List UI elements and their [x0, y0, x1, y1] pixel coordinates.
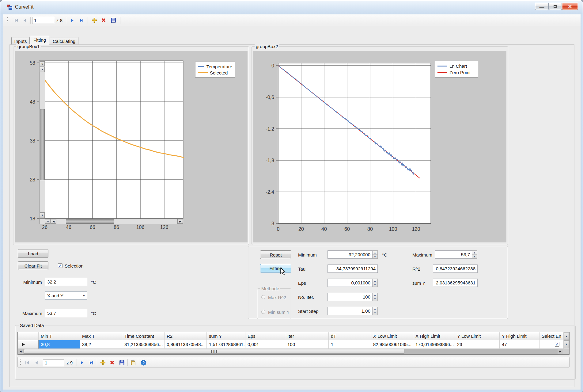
- scroll-down-icon[interactable]: ▼: [564, 341, 569, 348]
- range-mode-dropdown[interactable]: X and Y▼: [45, 291, 87, 300]
- toolbar-grip[interactable]: [7, 17, 8, 23]
- last-record-icon[interactable]: [78, 17, 85, 24]
- clipboard-icon[interactable]: [129, 359, 137, 366]
- delete-record-icon[interactable]: [100, 17, 107, 24]
- title-bar[interactable]: CurveFit — ✕: [0, 0, 583, 14]
- close-button[interactable]: ✕: [562, 3, 578, 10]
- fit-minimum-input[interactable]: 32,200000: [327, 250, 373, 259]
- toolbar-grip[interactable]: [20, 360, 21, 366]
- grid-header-cell[interactable]: X High Limit: [413, 332, 455, 340]
- grid-cell[interactable]: 0,001: [245, 340, 285, 349]
- first-record-icon[interactable]: [13, 17, 20, 24]
- iterations-input[interactable]: 100: [327, 293, 373, 301]
- clear-fit-button[interactable]: Clear Fit: [18, 261, 48, 270]
- previous-record-icon[interactable]: [21, 17, 28, 24]
- grid-corner-header[interactable]: [18, 332, 39, 340]
- min-sum-y-radio[interactable]: [261, 310, 265, 314]
- grid-header-cell[interactable]: dT: [329, 332, 371, 340]
- grid-cell[interactable]: 23: [455, 340, 500, 349]
- grid-cell[interactable]: 30,8: [39, 340, 80, 349]
- previous-record-icon[interactable]: [32, 359, 40, 366]
- grid-header-cell[interactable]: Y Low Limit: [455, 332, 500, 340]
- scroll-left-icon[interactable]: ◀: [51, 219, 56, 224]
- minimize-button[interactable]: —: [535, 3, 549, 10]
- select-enabled-checkbox[interactable]: ✓: [555, 342, 559, 347]
- row-header[interactable]: [18, 340, 39, 349]
- grid-header-cell[interactable]: Max T: [80, 332, 122, 340]
- grid-header-cell[interactable]: Min T: [39, 332, 80, 340]
- saved-data-grid[interactable]: Min TMax TTime ConstantR2sum YEpsIterdTX…: [17, 332, 570, 355]
- grid-header-cell[interactable]: Iter: [285, 332, 329, 340]
- record-position-input[interactable]: 1: [32, 17, 54, 24]
- grid-vertical-scrollbar[interactable]: ▲ ▼: [563, 332, 569, 349]
- r2-value-field[interactable]: 0,84723924662288: [433, 265, 478, 273]
- ln-chart[interactable]: [253, 51, 506, 242]
- fit-minimum-label: Minimum: [298, 252, 317, 257]
- reset-button[interactable]: Reset: [260, 250, 291, 259]
- max-r2-radio[interactable]: [261, 295, 265, 299]
- zoom-out-icon[interactable]: ⊖: [40, 61, 45, 67]
- temperature-chart[interactable]: [15, 51, 248, 242]
- record-position-input[interactable]: 1: [43, 359, 64, 366]
- grid-cell[interactable]: 170,0149993896...: [413, 340, 455, 349]
- grid-header-cell[interactable]: sum Y: [207, 332, 245, 340]
- help-icon[interactable]: ?: [140, 359, 147, 366]
- last-record-icon[interactable]: [88, 359, 95, 366]
- scroll-up-icon[interactable]: ▲: [40, 67, 45, 72]
- horizontal-scroll-thumb[interactable]: [66, 219, 114, 224]
- add-record-icon[interactable]: [99, 359, 107, 366]
- maximum-input[interactable]: 53,7: [45, 309, 87, 317]
- grid-header-cell[interactable]: Select En: [539, 332, 563, 340]
- start-step-stepper[interactable]: ▲▼: [373, 307, 378, 315]
- next-record-icon[interactable]: [78, 359, 86, 366]
- grid-header-cell[interactable]: X Low Limit: [371, 332, 413, 340]
- load-button[interactable]: Load: [18, 249, 48, 258]
- next-record-icon[interactable]: [69, 17, 76, 24]
- first-record-icon[interactable]: [23, 359, 31, 366]
- grid-header-cell[interactable]: Y High Limit: [500, 332, 539, 340]
- tab-calculating[interactable]: Calculating: [50, 37, 78, 45]
- grid-header-cell[interactable]: Time Constant: [122, 332, 165, 340]
- grid-cell-select-enabled[interactable]: ✓: [539, 340, 563, 349]
- grid-horizontal-scrollbar[interactable]: ◀ ❚❚❚ ▶: [18, 349, 563, 354]
- tab-fitting[interactable]: Fitting: [30, 36, 49, 45]
- fit-maximum-label: Maximum: [412, 252, 432, 257]
- save-icon[interactable]: [110, 17, 117, 24]
- chart1-vertical-scrollbar[interactable]: ⊖ ▲ ▼: [39, 61, 45, 219]
- grid-cell[interactable]: 0,869113370548...: [165, 340, 207, 349]
- horizontal-scroll-thumb[interactable]: ❚❚❚: [24, 349, 404, 354]
- iterations-stepper[interactable]: ▲▼: [373, 293, 378, 301]
- eps-stepper[interactable]: ▲▼: [373, 279, 378, 287]
- grid-cell[interactable]: 1,517312868861...: [207, 340, 245, 349]
- minimum-input[interactable]: 32,2: [45, 278, 87, 286]
- delete-record-icon[interactable]: [108, 359, 116, 366]
- add-record-icon[interactable]: [91, 17, 98, 24]
- tau-value-field[interactable]: 34,7379992911294: [327, 265, 378, 273]
- grid-cell[interactable]: 31,21335068856...: [122, 340, 165, 349]
- chart1-horizontal-scrollbar[interactable]: ⊖ ◀ ▶: [39, 219, 183, 224]
- scroll-up-icon[interactable]: ▲: [564, 333, 569, 340]
- grid-header-cell[interactable]: Eps: [245, 332, 285, 340]
- grid-cell[interactable]: 47: [500, 340, 539, 349]
- grid-cell[interactable]: 1: [329, 340, 371, 349]
- zoom-out-icon[interactable]: ⊖: [45, 219, 51, 224]
- grid-header-cell[interactable]: R2: [165, 332, 207, 340]
- table-row[interactable]: 30,838,231,21335068856...0,869113370548.…: [18, 340, 569, 349]
- maximize-button[interactable]: [549, 3, 562, 10]
- grid-cell[interactable]: 38,2: [80, 340, 122, 349]
- grid-cell[interactable]: 100: [285, 340, 329, 349]
- scroll-left-icon[interactable]: ◀: [18, 349, 23, 354]
- save-icon[interactable]: [118, 359, 126, 366]
- selection-checkbox[interactable]: ✓: [58, 263, 62, 268]
- eps-input[interactable]: 0,001000: [327, 279, 373, 287]
- grid-cell[interactable]: 82,98500061035...: [371, 340, 413, 349]
- vertical-scroll-thumb[interactable]: [40, 109, 45, 180]
- fit-maximum-input[interactable]: 53,7: [435, 250, 472, 259]
- scroll-down-icon[interactable]: ▼: [40, 212, 45, 218]
- scroll-right-icon[interactable]: ▶: [177, 219, 183, 224]
- sum-y-value-field[interactable]: 2,03136295943631: [433, 279, 478, 287]
- scroll-right-icon[interactable]: ▶: [558, 349, 563, 354]
- start-step-input[interactable]: 1,00: [327, 307, 373, 315]
- fit-maximum-stepper[interactable]: ▲▼: [472, 250, 477, 259]
- fit-minimum-stepper[interactable]: ▲▼: [373, 250, 378, 259]
